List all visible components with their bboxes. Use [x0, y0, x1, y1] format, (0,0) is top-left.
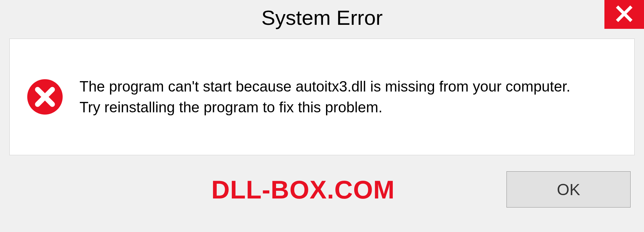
close-button[interactable] [604, 0, 644, 29]
titlebar: System Error [0, 0, 644, 35]
ok-button-label: OK [557, 180, 580, 199]
error-icon [26, 78, 63, 115]
dialog-title: System Error [261, 6, 383, 30]
error-message-line2: Try reinstalling the program to fix this… [79, 99, 382, 115]
error-dialog-window: System Error The program can't start bec… [0, 0, 644, 232]
close-icon [615, 5, 633, 24]
content-panel: The program can't start because autoitx3… [9, 39, 635, 155]
ok-button[interactable]: OK [506, 171, 631, 208]
dialog-footer: DLL-BOX.COM OK [0, 155, 644, 208]
brand-watermark: DLL-BOX.COM [211, 175, 395, 204]
error-message-line1: The program can't start because autoitx3… [79, 78, 570, 95]
error-message: The program can't start because autoitx3… [79, 76, 570, 117]
